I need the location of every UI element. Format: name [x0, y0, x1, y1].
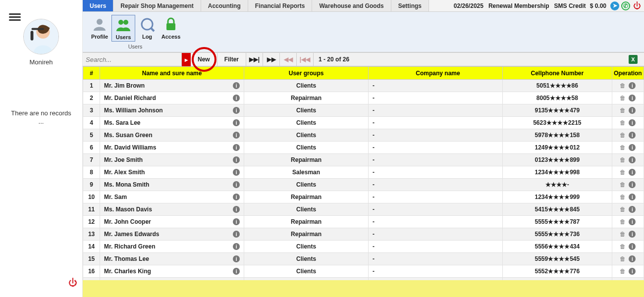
table-row[interactable]: 16Mr. Charles KingiClients-5552★★★★776🗑i: [83, 265, 644, 278]
trash-icon[interactable]: 🗑: [620, 268, 626, 275]
info-icon[interactable]: i: [629, 119, 636, 126]
trash-icon[interactable]: 🗑: [620, 231, 626, 238]
table-row[interactable]: 1Mr. Jim BrowniClients-5051★★★★86🗑i: [83, 80, 644, 92]
tab-settings[interactable]: Settings: [391, 0, 429, 11]
table-row[interactable]: 10Mr. SamiRepairman-1234★★★★999🗑i: [83, 191, 644, 203]
info-icon[interactable]: i: [233, 169, 240, 176]
col-group[interactable]: User groups: [244, 67, 369, 80]
search-input[interactable]: [86, 53, 181, 66]
table-row[interactable]: 5Ms. Susan GreeniClients-5978★★★★158🗑i: [83, 129, 644, 142]
col-ops[interactable]: Operation: [612, 67, 644, 80]
search-go-icon[interactable]: ▸: [182, 53, 191, 67]
new-button[interactable]: New: [191, 53, 217, 66]
info-icon[interactable]: i: [629, 156, 636, 163]
trash-icon[interactable]: 🗑: [620, 144, 626, 151]
info-icon[interactable]: i: [233, 243, 240, 250]
tab-users[interactable]: Users: [83, 0, 113, 11]
ribbon-users[interactable]: Users: [111, 15, 135, 42]
info-icon[interactable]: i: [629, 231, 636, 238]
trash-icon[interactable]: 🗑: [620, 82, 626, 89]
trash-icon[interactable]: 🗑: [620, 243, 626, 250]
tab-financial-reports[interactable]: Financial Reports: [248, 0, 313, 11]
power-top-icon[interactable]: ⏻: [633, 1, 641, 10]
info-icon[interactable]: i: [629, 144, 636, 151]
info-icon[interactable]: i: [233, 156, 240, 163]
col-phone[interactable]: Cellphone Number: [502, 67, 612, 80]
info-icon[interactable]: i: [233, 194, 240, 200]
telegram-icon[interactable]: ➤: [610, 1, 619, 10]
col-idx[interactable]: #: [83, 67, 100, 80]
trash-icon[interactable]: 🗑: [620, 119, 626, 126]
info-icon[interactable]: i: [233, 268, 240, 275]
pager-first-icon[interactable]: ▶▶|: [246, 53, 263, 66]
table-row[interactable]: 13Mr. James EdwardsiRepairman-5555★★★★73…: [83, 228, 644, 241]
trash-icon[interactable]: 🗑: [620, 181, 626, 188]
info-icon[interactable]: i: [629, 181, 636, 188]
info-icon[interactable]: i: [233, 119, 240, 126]
tab-repair-shop-management[interactable]: Repair Shop Management: [113, 0, 201, 11]
renewal-label: Renewal Membership: [488, 2, 549, 9]
info-icon[interactable]: i: [233, 132, 240, 139]
whatsapp-icon[interactable]: ✆: [621, 1, 630, 10]
ribbon-group-label: Users: [128, 44, 143, 50]
col-name[interactable]: Name and sure name: [100, 67, 244, 80]
info-icon[interactable]: i: [233, 218, 240, 225]
filter-button[interactable]: Filter: [217, 53, 246, 66]
ribbon-log[interactable]: Log: [135, 15, 159, 42]
info-icon[interactable]: i: [233, 144, 240, 151]
info-icon[interactable]: i: [629, 194, 636, 200]
info-icon[interactable]: i: [629, 169, 636, 176]
trash-icon[interactable]: 🗑: [620, 218, 626, 225]
table-row[interactable]: 8Mr. Alex SmithiSalesman-1234★★★★998🗑i: [83, 166, 644, 179]
trash-icon[interactable]: 🗑: [620, 255, 626, 262]
trash-icon[interactable]: 🗑: [620, 132, 626, 139]
table-row[interactable]: 2Mr. Daniel RichardiRepairman-8005★★★★58…: [83, 92, 644, 104]
trash-icon[interactable]: 🗑: [620, 206, 626, 213]
trash-icon[interactable]: 🗑: [620, 194, 626, 200]
table-row[interactable]: 7Mr. Joe SmithiRepairman-0123★★★★899🗑i: [83, 154, 644, 166]
trash-icon[interactable]: 🗑: [620, 107, 626, 114]
avatar-name: Monireh: [30, 58, 53, 66]
avatar[interactable]: [23, 19, 59, 54]
trash-icon[interactable]: 🗑: [620, 95, 626, 101]
info-icon[interactable]: i: [629, 95, 636, 101]
info-icon[interactable]: i: [629, 243, 636, 250]
info-icon[interactable]: i: [629, 132, 636, 139]
table-row[interactable]: 11Ms. Mason DavisiClients-5415★★★★845🗑i: [83, 203, 644, 216]
info-icon[interactable]: i: [629, 206, 636, 213]
info-icon[interactable]: i: [233, 206, 240, 213]
info-icon[interactable]: i: [629, 268, 636, 275]
ribbon-profile[interactable]: Profile: [88, 15, 111, 42]
table-row[interactable]: 4Ms. Sara LeeiClients-5623★★★★2215🗑i: [83, 117, 644, 129]
pager-last-icon[interactable]: |◀◀: [297, 53, 314, 66]
tab-warehouse-and-goods[interactable]: Warehouse and Goods: [312, 0, 391, 11]
pager-next-icon[interactable]: ▶▶: [263, 53, 280, 66]
info-icon[interactable]: i: [629, 82, 636, 89]
info-icon[interactable]: i: [233, 181, 240, 188]
table-row[interactable]: 6Mr. David WilliamsiClients-1249★★★★012🗑…: [83, 142, 644, 154]
info-icon[interactable]: i: [233, 107, 240, 114]
info-icon[interactable]: i: [233, 82, 240, 89]
trash-icon[interactable]: 🗑: [620, 156, 626, 163]
info-icon[interactable]: i: [233, 95, 240, 101]
info-icon[interactable]: i: [629, 255, 636, 262]
export-excel-button[interactable]: X: [626, 53, 640, 66]
col-company[interactable]: Company name: [369, 67, 503, 80]
info-icon[interactable]: i: [629, 107, 636, 114]
table-row[interactable]: 14Mr. Richard GreeniClients-5556★★★★434🗑…: [83, 241, 644, 253]
table-row[interactable]: 15Mr. Thomas LeeiClients-5559★★★★545🗑i: [83, 253, 644, 265]
tab-accounting[interactable]: Accounting: [201, 0, 248, 11]
menu-toggle-icon[interactable]: [9, 12, 21, 21]
svg-line-8: [151, 28, 154, 31]
table-row[interactable]: 12Mr. John CooperiRepairman-5555★★★★787🗑…: [83, 216, 644, 228]
info-icon[interactable]: i: [629, 218, 636, 225]
trash-icon[interactable]: 🗑: [620, 169, 626, 176]
power-icon[interactable]: ⏻: [68, 278, 77, 288]
info-icon[interactable]: i: [233, 255, 240, 262]
table-row[interactable]: 3Ms. William JohnsoniClients-9135★★★★479…: [83, 104, 644, 117]
row-name: Ms. Sara Lee: [104, 119, 140, 126]
ribbon-access[interactable]: Access: [159, 15, 183, 42]
table-row[interactable]: 9Ms. Mona SmithiClients-★★★★-🗑i: [83, 179, 644, 191]
pager-prev-icon[interactable]: ◀◀: [280, 53, 297, 66]
info-icon[interactable]: i: [233, 231, 240, 238]
